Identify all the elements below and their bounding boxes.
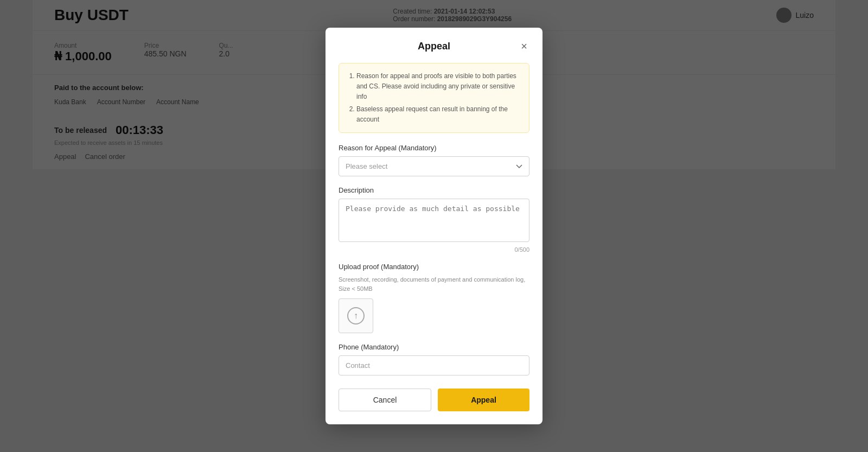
upload-hint: Screenshot, recording, documents of paym…	[339, 275, 529, 293]
upload-icon	[347, 307, 365, 324]
phone-input[interactable]	[339, 355, 529, 375]
phone-label: Phone (Mandatory)	[339, 343, 529, 351]
phone-group: Phone (Mandatory)	[339, 343, 529, 375]
reason-group: Reason for Appeal (Mandatory) Please sel…	[339, 144, 529, 176]
reason-label: Reason for Appeal (Mandatory)	[339, 144, 529, 152]
warning-box: Reason for appeal and proofs are visible…	[339, 63, 529, 133]
upload-label: Upload proof (Mandatory)	[339, 263, 529, 271]
appeal-modal: Appeal × Reason for appeal and proofs ar…	[326, 28, 542, 425]
modal-footer: Cancel Appeal	[339, 389, 529, 411]
description-group: Description 0/500	[339, 186, 529, 253]
upload-button[interactable]	[339, 298, 373, 333]
modal-title: Appeal	[418, 41, 450, 52]
upload-group: Upload proof (Mandatory) Screenshot, rec…	[339, 263, 529, 333]
appeal-submit-button[interactable]: Appeal	[438, 389, 529, 411]
modal-overlay: Appeal × Reason for appeal and proofs ar…	[0, 0, 868, 452]
warning-item-2: Baseless appeal request can result in ba…	[356, 104, 520, 125]
modal-header: Appeal ×	[339, 41, 529, 52]
description-textarea[interactable]	[339, 199, 529, 242]
cancel-button[interactable]: Cancel	[339, 389, 431, 411]
description-label: Description	[339, 186, 529, 194]
close-button[interactable]: ×	[519, 39, 529, 54]
warning-item-1: Reason for appeal and proofs are visible…	[356, 71, 520, 103]
reason-select[interactable]: Please select	[339, 156, 529, 176]
warning-list: Reason for appeal and proofs are visible…	[348, 71, 520, 125]
char-count: 0/500	[339, 246, 529, 253]
